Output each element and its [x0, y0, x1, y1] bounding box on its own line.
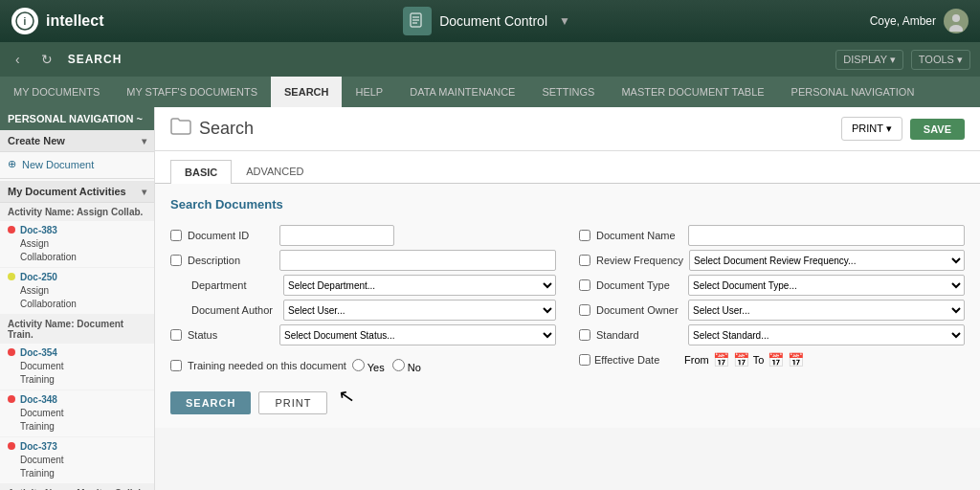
description-input[interactable] — [279, 250, 556, 271]
activity-item: Doc-373 Document Training — [0, 437, 154, 484]
activity-sub: Training — [20, 421, 55, 432]
sub-tab-basic[interactable]: BASIC — [170, 160, 232, 184]
sub-tab-advanced[interactable]: ADVANCED — [232, 159, 318, 183]
status-checkbox[interactable] — [170, 329, 182, 341]
activity-sub: Collaboration — [20, 299, 77, 309]
page-title: Search — [170, 118, 254, 140]
radio-no-label[interactable]: No — [392, 359, 421, 373]
create-new-arrow-icon: ▾ — [142, 136, 146, 146]
nav-left: ‹ ↻ SEARCH — [10, 50, 122, 69]
form-row-review-frequency: Review Frequency Select Document Review … — [579, 248, 965, 273]
department-select[interactable]: Select Department... — [283, 275, 556, 296]
department-label: Department — [191, 279, 278, 291]
effective-date-from-label: From — [684, 354, 709, 366]
tools-button[interactable]: TOOLS ▾ — [911, 50, 970, 70]
document-type-select[interactable]: Select Document Type... — [688, 275, 965, 296]
sidebar-personal-nav[interactable]: PERSONAL NAVIGATION ~ — [0, 107, 154, 130]
logo-area: i intellect — [11, 8, 103, 34]
create-new-section: Create New ▾ — [0, 130, 154, 152]
standard-checkbox[interactable] — [579, 329, 590, 341]
review-frequency-checkbox[interactable] — [579, 255, 590, 266]
document-author-select[interactable]: Select User... — [283, 300, 556, 321]
top-header: i intellect Document Control ▼ Coye, Amb… — [0, 0, 980, 42]
tab-personal-navigation[interactable]: PERSONAL NAVIGATION — [778, 77, 928, 107]
app-title-area[interactable]: Document Control ▼ — [403, 7, 570, 35]
document-author-label: Document Author — [191, 304, 278, 316]
form-actions: SEARCH PRINT — [170, 391, 965, 414]
form-grid: Document ID Description Department — [170, 223, 965, 378]
effective-date-checkbox[interactable] — [579, 354, 590, 366]
document-id-checkbox[interactable] — [170, 230, 182, 241]
radio-yes[interactable] — [352, 359, 365, 371]
activity-doc: Doc-383 — [20, 225, 57, 235]
activity-action: Assign — [20, 238, 49, 249]
form-row-description: Description — [170, 248, 556, 273]
refresh-button[interactable]: ↻ — [35, 50, 58, 69]
user-name: Coye, Amber — [870, 14, 936, 28]
activity-doc: Doc-348 — [20, 394, 57, 405]
training-radio-group: Yes No — [352, 359, 421, 373]
review-frequency-select[interactable]: Select Document Review Frequency... — [689, 250, 965, 271]
document-name-input[interactable] — [688, 225, 965, 246]
print-button[interactable]: PRINT ▾ — [841, 117, 902, 141]
activity-action: Document — [20, 455, 64, 465]
document-type-checkbox[interactable] — [579, 279, 590, 291]
svg-point-7 — [952, 14, 960, 22]
activity-item: Doc-383 Assign Collaboration — [0, 221, 154, 268]
print-action-button[interactable]: PRINT — [258, 391, 327, 414]
new-document-label: New Document — [22, 159, 94, 170]
folder-icon — [170, 118, 191, 140]
nav-right: DISPLAY ▾ TOOLS ▾ — [835, 50, 970, 70]
description-label: Description — [188, 255, 274, 266]
my-doc-activities-label: My Document Activities — [8, 186, 126, 197]
training-checkbox[interactable] — [170, 360, 182, 371]
activity-sub: Training — [20, 374, 55, 385]
activity-dot-red — [8, 348, 15, 356]
tab-my-staffs-documents[interactable]: MY STAFF'S DOCUMENTS — [113, 77, 271, 107]
tab-master-document-table[interactable]: MASTER DOCUMENT TABLE — [608, 77, 777, 107]
search-action-button[interactable]: SEARCH — [170, 391, 251, 414]
document-owner-checkbox[interactable] — [579, 304, 590, 316]
calendar-from-icon2[interactable]: 📅 — [733, 352, 749, 368]
document-owner-label: Document Owner — [596, 304, 682, 316]
standard-select[interactable]: Select Standard... — [688, 324, 965, 345]
tab-help[interactable]: HELP — [342, 77, 396, 107]
effective-date-label: Effective Date — [594, 354, 680, 366]
tab-data-maintenance[interactable]: DATA MAINTENANCE — [396, 77, 528, 107]
logo-icon: i — [11, 8, 38, 34]
tab-search[interactable]: SEARCH — [271, 77, 342, 107]
svg-text:i: i — [24, 16, 27, 27]
tab-my-documents[interactable]: MY DOCUMENTS — [0, 77, 113, 107]
standard-label: Standard — [596, 329, 682, 341]
document-name-label: Document Name — [596, 230, 682, 241]
save-button[interactable]: SAVE — [910, 119, 965, 140]
status-label: Status — [188, 329, 274, 341]
document-id-input[interactable] — [279, 225, 394, 246]
status-select[interactable]: Select Document Status... — [279, 324, 556, 345]
form-row-status: Status Select Document Status... — [170, 323, 556, 347]
document-id-label: Document ID — [188, 230, 274, 241]
calendar-to-icon2[interactable]: 📅 — [788, 352, 804, 368]
document-name-checkbox[interactable] — [579, 230, 590, 241]
tab-settings[interactable]: SETTINGS — [528, 77, 608, 107]
activity-group-2-header: Activity Name: Monitor Collab. — [0, 484, 154, 490]
form-row-training: Training needed on this document Yes No — [170, 353, 556, 378]
radio-yes-label[interactable]: Yes — [352, 359, 385, 373]
form-row-document-author: Document Author Select User... — [170, 298, 556, 323]
activity-action: Document — [20, 361, 64, 371]
search-header-label: SEARCH — [68, 53, 122, 66]
document-owner-select[interactable]: Select User... — [688, 300, 965, 321]
display-button[interactable]: DISPLAY ▾ — [835, 50, 903, 70]
form-right-col: Document Name Review Frequency Select Do… — [579, 223, 965, 378]
calendar-from-icon[interactable]: 📅 — [713, 352, 729, 368]
avatar — [944, 9, 969, 33]
new-document-button[interactable]: ⊕ New Document — [0, 152, 154, 176]
main-layout: PERSONAL NAVIGATION ~ Create New ▾ ⊕ New… — [0, 107, 980, 490]
description-checkbox[interactable] — [170, 255, 182, 266]
activity-item: Doc-348 Document Training — [0, 390, 154, 437]
plus-icon: ⊕ — [8, 158, 16, 170]
radio-no[interactable] — [392, 359, 405, 371]
calendar-to-icon[interactable]: 📅 — [768, 352, 784, 368]
activity-group-0-header: Activity Name: Assign Collab. — [0, 203, 154, 221]
back-button[interactable]: ‹ — [10, 50, 26, 69]
